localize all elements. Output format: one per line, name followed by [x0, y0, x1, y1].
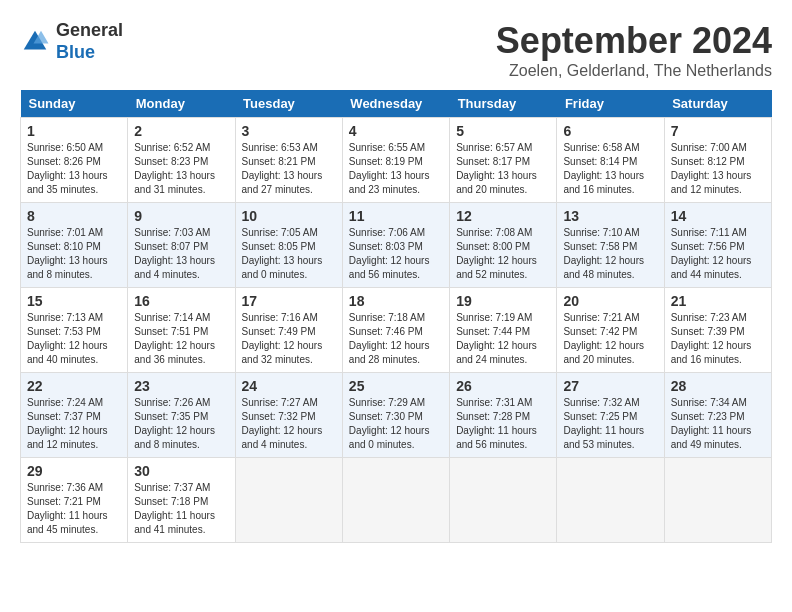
day-cell: 22Sunrise: 7:24 AMSunset: 7:37 PMDayligh… — [21, 373, 128, 458]
day-cell: 13Sunrise: 7:10 AMSunset: 7:58 PMDayligh… — [557, 203, 664, 288]
day-cell: 5Sunrise: 6:57 AMSunset: 8:17 PMDaylight… — [450, 118, 557, 203]
day-cell: 12Sunrise: 7:08 AMSunset: 8:00 PMDayligh… — [450, 203, 557, 288]
day-number: 20 — [563, 293, 657, 309]
day-cell: 29Sunrise: 7:36 AMSunset: 7:21 PMDayligh… — [21, 458, 128, 543]
day-info: Sunrise: 7:00 AMSunset: 8:12 PMDaylight:… — [671, 141, 765, 197]
day-cell: 9Sunrise: 7:03 AMSunset: 8:07 PMDaylight… — [128, 203, 235, 288]
day-cell: 28Sunrise: 7:34 AMSunset: 7:23 PMDayligh… — [664, 373, 771, 458]
column-header-saturday: Saturday — [664, 90, 771, 118]
day-cell: 26Sunrise: 7:31 AMSunset: 7:28 PMDayligh… — [450, 373, 557, 458]
day-number: 27 — [563, 378, 657, 394]
day-number: 28 — [671, 378, 765, 394]
day-info: Sunrise: 7:34 AMSunset: 7:23 PMDaylight:… — [671, 396, 765, 452]
logo-line2: Blue — [56, 42, 123, 64]
day-number: 6 — [563, 123, 657, 139]
day-info: Sunrise: 6:57 AMSunset: 8:17 PMDaylight:… — [456, 141, 550, 197]
day-number: 15 — [27, 293, 121, 309]
calendar-header-row: SundayMondayTuesdayWednesdayThursdayFrid… — [21, 90, 772, 118]
day-info: Sunrise: 7:08 AMSunset: 8:00 PMDaylight:… — [456, 226, 550, 282]
day-info: Sunrise: 7:18 AMSunset: 7:46 PMDaylight:… — [349, 311, 443, 367]
location-subtitle: Zoelen, Gelderland, The Netherlands — [496, 62, 772, 80]
week-row-5: 29Sunrise: 7:36 AMSunset: 7:21 PMDayligh… — [21, 458, 772, 543]
column-header-friday: Friday — [557, 90, 664, 118]
day-info: Sunrise: 7:27 AMSunset: 7:32 PMDaylight:… — [242, 396, 336, 452]
day-number: 22 — [27, 378, 121, 394]
day-info: Sunrise: 7:23 AMSunset: 7:39 PMDaylight:… — [671, 311, 765, 367]
column-header-wednesday: Wednesday — [342, 90, 449, 118]
day-info: Sunrise: 7:03 AMSunset: 8:07 PMDaylight:… — [134, 226, 228, 282]
day-info: Sunrise: 6:55 AMSunset: 8:19 PMDaylight:… — [349, 141, 443, 197]
day-number: 25 — [349, 378, 443, 394]
day-number: 16 — [134, 293, 228, 309]
day-info: Sunrise: 6:52 AMSunset: 8:23 PMDaylight:… — [134, 141, 228, 197]
day-number: 10 — [242, 208, 336, 224]
day-cell: 25Sunrise: 7:29 AMSunset: 7:30 PMDayligh… — [342, 373, 449, 458]
day-number: 4 — [349, 123, 443, 139]
day-cell: 27Sunrise: 7:32 AMSunset: 7:25 PMDayligh… — [557, 373, 664, 458]
day-number: 30 — [134, 463, 228, 479]
day-cell: 7Sunrise: 7:00 AMSunset: 8:12 PMDaylight… — [664, 118, 771, 203]
logo: General Blue — [20, 20, 123, 63]
day-number: 12 — [456, 208, 550, 224]
day-cell — [235, 458, 342, 543]
day-info: Sunrise: 7:24 AMSunset: 7:37 PMDaylight:… — [27, 396, 121, 452]
day-number: 14 — [671, 208, 765, 224]
day-info: Sunrise: 7:06 AMSunset: 8:03 PMDaylight:… — [349, 226, 443, 282]
day-info: Sunrise: 7:05 AMSunset: 8:05 PMDaylight:… — [242, 226, 336, 282]
day-cell — [664, 458, 771, 543]
day-cell: 20Sunrise: 7:21 AMSunset: 7:42 PMDayligh… — [557, 288, 664, 373]
day-cell — [342, 458, 449, 543]
day-info: Sunrise: 7:21 AMSunset: 7:42 PMDaylight:… — [563, 311, 657, 367]
day-cell: 15Sunrise: 7:13 AMSunset: 7:53 PMDayligh… — [21, 288, 128, 373]
day-info: Sunrise: 7:19 AMSunset: 7:44 PMDaylight:… — [456, 311, 550, 367]
logo-text: General Blue — [56, 20, 123, 63]
day-number: 13 — [563, 208, 657, 224]
day-number: 9 — [134, 208, 228, 224]
day-info: Sunrise: 7:36 AMSunset: 7:21 PMDaylight:… — [27, 481, 121, 537]
page-header: General Blue September 2024 Zoelen, Geld… — [20, 20, 772, 80]
day-cell: 10Sunrise: 7:05 AMSunset: 8:05 PMDayligh… — [235, 203, 342, 288]
day-cell — [450, 458, 557, 543]
day-cell: 4Sunrise: 6:55 AMSunset: 8:19 PMDaylight… — [342, 118, 449, 203]
day-number: 8 — [27, 208, 121, 224]
day-info: Sunrise: 7:01 AMSunset: 8:10 PMDaylight:… — [27, 226, 121, 282]
day-number: 3 — [242, 123, 336, 139]
day-info: Sunrise: 7:13 AMSunset: 7:53 PMDaylight:… — [27, 311, 121, 367]
day-info: Sunrise: 7:11 AMSunset: 7:56 PMDaylight:… — [671, 226, 765, 282]
day-info: Sunrise: 6:58 AMSunset: 8:14 PMDaylight:… — [563, 141, 657, 197]
week-row-1: 1Sunrise: 6:50 AMSunset: 8:26 PMDaylight… — [21, 118, 772, 203]
day-cell: 24Sunrise: 7:27 AMSunset: 7:32 PMDayligh… — [235, 373, 342, 458]
day-cell: 3Sunrise: 6:53 AMSunset: 8:21 PMDaylight… — [235, 118, 342, 203]
day-number: 18 — [349, 293, 443, 309]
title-block: September 2024 Zoelen, Gelderland, The N… — [496, 20, 772, 80]
day-info: Sunrise: 7:26 AMSunset: 7:35 PMDaylight:… — [134, 396, 228, 452]
day-cell: 14Sunrise: 7:11 AMSunset: 7:56 PMDayligh… — [664, 203, 771, 288]
day-info: Sunrise: 7:37 AMSunset: 7:18 PMDaylight:… — [134, 481, 228, 537]
logo-icon — [20, 27, 50, 57]
day-info: Sunrise: 7:29 AMSunset: 7:30 PMDaylight:… — [349, 396, 443, 452]
day-cell: 11Sunrise: 7:06 AMSunset: 8:03 PMDayligh… — [342, 203, 449, 288]
day-cell: 21Sunrise: 7:23 AMSunset: 7:39 PMDayligh… — [664, 288, 771, 373]
day-number: 29 — [27, 463, 121, 479]
column-header-tuesday: Tuesday — [235, 90, 342, 118]
day-cell: 8Sunrise: 7:01 AMSunset: 8:10 PMDaylight… — [21, 203, 128, 288]
day-number: 23 — [134, 378, 228, 394]
week-row-2: 8Sunrise: 7:01 AMSunset: 8:10 PMDaylight… — [21, 203, 772, 288]
day-number: 24 — [242, 378, 336, 394]
day-info: Sunrise: 6:53 AMSunset: 8:21 PMDaylight:… — [242, 141, 336, 197]
day-cell — [557, 458, 664, 543]
day-number: 5 — [456, 123, 550, 139]
day-cell: 17Sunrise: 7:16 AMSunset: 7:49 PMDayligh… — [235, 288, 342, 373]
day-info: Sunrise: 7:14 AMSunset: 7:51 PMDaylight:… — [134, 311, 228, 367]
day-number: 17 — [242, 293, 336, 309]
column-header-monday: Monday — [128, 90, 235, 118]
day-info: Sunrise: 7:16 AMSunset: 7:49 PMDaylight:… — [242, 311, 336, 367]
day-cell: 16Sunrise: 7:14 AMSunset: 7:51 PMDayligh… — [128, 288, 235, 373]
day-number: 7 — [671, 123, 765, 139]
day-cell: 6Sunrise: 6:58 AMSunset: 8:14 PMDaylight… — [557, 118, 664, 203]
day-cell: 19Sunrise: 7:19 AMSunset: 7:44 PMDayligh… — [450, 288, 557, 373]
day-cell: 2Sunrise: 6:52 AMSunset: 8:23 PMDaylight… — [128, 118, 235, 203]
day-number: 11 — [349, 208, 443, 224]
column-header-sunday: Sunday — [21, 90, 128, 118]
day-cell: 1Sunrise: 6:50 AMSunset: 8:26 PMDaylight… — [21, 118, 128, 203]
